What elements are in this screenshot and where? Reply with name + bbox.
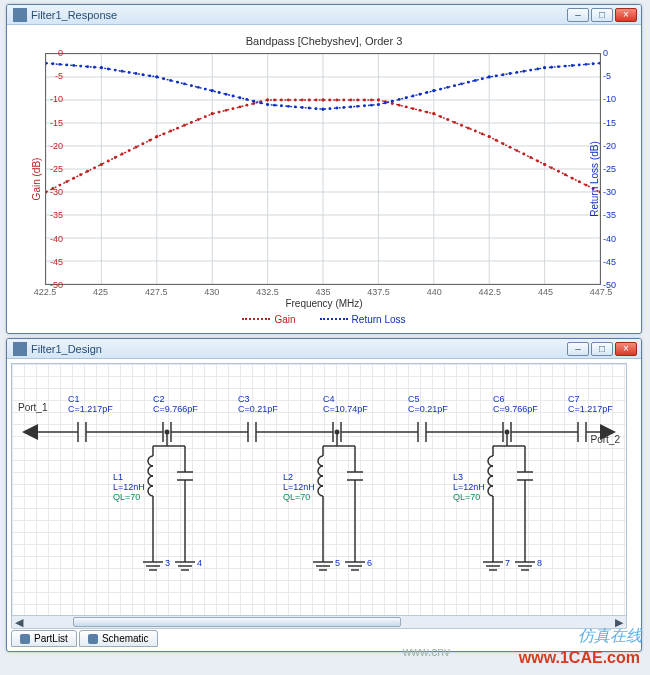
maximize-button[interactable]: □ [591,342,613,356]
svg-text:7: 7 [505,558,510,568]
svg-point-58 [266,99,269,102]
svg-point-69 [335,99,338,102]
svg-point-101 [536,160,539,163]
svg-point-82 [418,109,421,112]
scroll-right-button[interactable]: ▶ [612,616,626,628]
svg-point-42 [169,130,172,133]
svg-point-119 [93,66,96,69]
chart-area[interactable]: Bandpass [Chebyshev], Order 3 Gain (dB) … [13,31,635,327]
svg-point-123 [114,69,117,72]
svg-point-106 [564,173,567,176]
svg-point-105 [557,170,560,173]
svg-point-121 [100,66,103,69]
schematic-canvas[interactable]: 345678 Port_1 Port_2 C1C=1.217pFC2C=9.76… [11,363,627,625]
scroll-track[interactable] [26,616,612,628]
svg-point-168 [391,100,394,103]
svg-point-143 [238,96,241,99]
svg-point-198 [578,63,581,66]
svg-point-51 [225,109,228,112]
svg-point-89 [460,124,463,127]
svg-point-34 [121,153,124,156]
svg-point-50 [218,111,221,114]
cap-label-c2: C2C=9.766pF [153,394,198,414]
svg-point-175 [432,89,435,92]
svg-point-79 [398,104,401,107]
svg-point-152 [294,105,297,108]
svg-point-104 [550,166,553,169]
svg-point-176 [439,88,442,91]
svg-point-164 [370,104,373,107]
x-axis-label: Frequency (MHz) [13,298,635,309]
minimize-button[interactable]: – [567,342,589,356]
svg-point-179 [460,82,463,85]
y-axis-right-label: Return Loss (dB) [590,141,601,217]
svg-text:3: 3 [165,558,170,568]
svg-point-83 [425,111,428,114]
svg-point-96 [502,142,505,145]
svg-point-29 [93,166,96,169]
svg-point-31 [100,163,103,166]
tab-schematic[interactable]: Schematic [79,630,158,647]
svg-point-80 [405,105,408,108]
minimize-button[interactable]: – [567,8,589,22]
svg-point-186 [502,73,505,76]
scroll-thumb[interactable] [73,617,401,627]
response-titlebar[interactable]: Filter1_Response – □ × [7,5,641,25]
svg-point-97 [509,146,512,149]
response-title: Filter1_Response [31,9,565,21]
svg-point-184 [488,76,491,79]
svg-point-115 [65,63,68,66]
design-body: 345678 Port_1 Port_2 C1C=1.217pFC2C=9.76… [7,359,641,651]
cap-label-c4: C4C=10.74pF [323,394,368,414]
svg-point-153 [301,106,304,109]
response-body: Bandpass [Chebyshev], Order 3 Gain (dB) … [7,25,641,333]
svg-point-201 [599,62,600,65]
legend-swatch-returnloss [320,318,348,320]
svg-point-177 [446,86,449,89]
svg-point-70 [342,99,345,102]
svg-point-103 [543,163,546,166]
svg-point-71 [349,99,352,102]
svg-point-54 [245,104,248,107]
svg-point-133 [176,81,179,84]
svg-point-63 [301,99,304,102]
svg-point-109 [585,184,588,187]
svg-point-180 [467,81,470,84]
svg-text:4: 4 [197,558,202,568]
svg-point-85 [432,112,435,115]
legend-returnloss: Return Loss [352,314,406,325]
svg-point-148 [266,103,269,106]
svg-point-200 [592,62,595,65]
svg-point-189 [522,70,525,73]
svg-point-44 [183,124,186,127]
svg-text:6: 6 [367,558,372,568]
svg-point-131 [162,77,165,80]
svg-point-140 [218,91,221,94]
maximize-button[interactable]: □ [591,8,613,22]
tab-partlist[interactable]: PartList [11,630,77,647]
scroll-left-button[interactable]: ◀ [12,616,26,628]
schematic-scrollbar[interactable]: ◀ ▶ [11,615,627,629]
svg-point-90 [467,127,470,130]
close-button[interactable]: × [615,8,637,22]
close-button[interactable]: × [615,342,637,356]
svg-point-43 [176,127,179,130]
port2-label: Port_2 [591,434,620,445]
svg-point-81 [412,107,415,110]
design-window: Filter1_Design – □ × 345678 Port_1 Port_… [6,338,642,652]
svg-point-113 [51,62,54,65]
svg-point-52 [232,107,235,110]
svg-point-167 [384,101,387,104]
svg-point-64 [308,99,311,102]
svg-point-91 [474,130,477,133]
svg-point-188 [515,71,518,74]
svg-point-161 [349,105,352,108]
svg-point-141 [225,93,228,96]
schematic-icon [88,634,98,644]
svg-point-47 [204,115,207,118]
svg-point-100 [529,156,532,159]
legend-swatch-gain [242,318,270,320]
svg-point-28 [86,170,89,173]
design-titlebar[interactable]: Filter1_Design – □ × [7,339,641,359]
svg-point-172 [418,93,421,96]
